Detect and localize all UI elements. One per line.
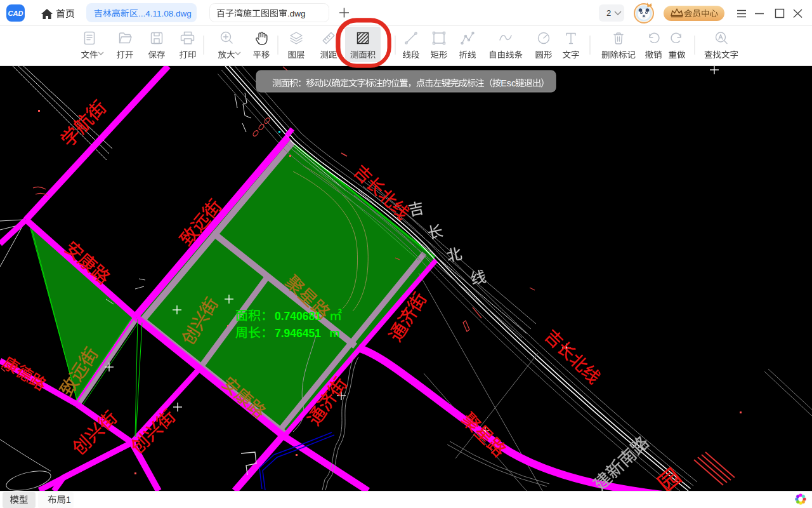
svg-text:m: m <box>329 326 340 340</box>
svg-text:...4.11.08.dwg: ...4.11.08.dwg <box>138 9 192 18</box>
svg-text:CAD: CAD <box>8 10 23 17</box>
svg-text:1: 1 <box>66 495 71 505</box>
svg-text:2: 2 <box>606 8 611 18</box>
svg-text:.dwg: .dwg <box>287 9 306 18</box>
svg-text:Esc: Esc <box>501 78 516 88</box>
svg-text:0.740681: 0.740681 <box>275 310 321 323</box>
svg-text:7.946451: 7.946451 <box>275 327 321 340</box>
